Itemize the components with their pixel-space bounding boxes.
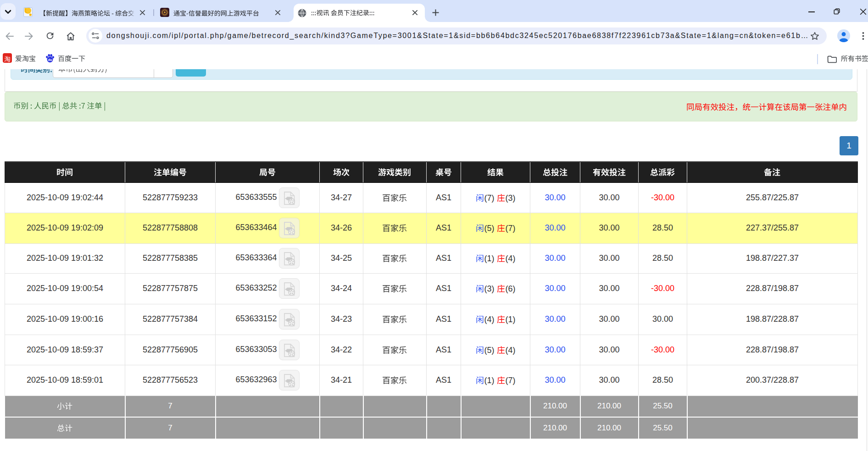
svg-text:du: du bbox=[48, 58, 52, 62]
